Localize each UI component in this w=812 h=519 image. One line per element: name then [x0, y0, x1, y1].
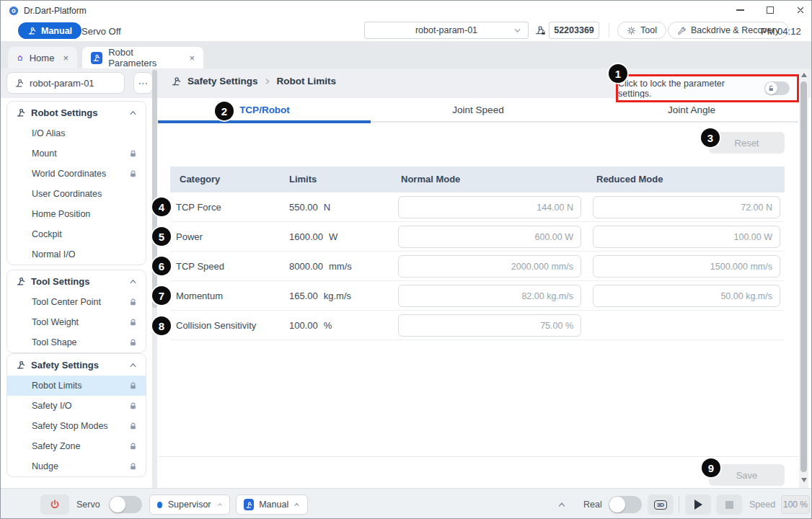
- mode-manual-button[interactable]: Manual: [18, 22, 81, 39]
- maximize-button[interactable]: [765, 5, 775, 15]
- lock-icon: [129, 339, 137, 347]
- power-normal-input[interactable]: [398, 226, 581, 248]
- sidebar-item-mount[interactable]: Mount: [7, 143, 146, 164]
- section-header-tool-settings[interactable]: Tool Settings: [7, 270, 146, 292]
- sidebar-item-cockpit[interactable]: Cockpit: [7, 224, 146, 244]
- annotation-badge-5: 5: [152, 227, 171, 246]
- sidebar-item-nudge[interactable]: Nudge: [7, 456, 146, 476]
- 3d-icon: 3D: [654, 500, 667, 510]
- annotation-badge-4: 4: [152, 198, 171, 216]
- annotation-badge-9: 9: [702, 458, 720, 477]
- robot-icon: [16, 276, 26, 286]
- power-button[interactable]: [40, 494, 69, 515]
- wrench-icon: [677, 26, 687, 35]
- real-mode-label: Real: [583, 500, 602, 510]
- sidebar-item-normal-io[interactable]: Normal I/O: [7, 244, 146, 265]
- breadcrumb-chevron-icon: [264, 78, 271, 85]
- lock-icon: [129, 422, 137, 430]
- robot-icon: [27, 26, 37, 35]
- minimize-button[interactable]: [735, 5, 745, 15]
- user-role-dropdown[interactable]: Supervisor: [149, 494, 230, 515]
- annotation-box: [616, 74, 799, 102]
- manual-mode-icon: [244, 499, 254, 510]
- scroll-down-icon[interactable]: [801, 478, 807, 482]
- robot-mode-dropdown[interactable]: Manual: [236, 494, 308, 515]
- toolbar-separator: [609, 23, 609, 37]
- content-tab-joint-speed[interactable]: Joint Speed: [371, 98, 585, 121]
- sidebar-item-tool-shape[interactable]: Tool Shape: [7, 332, 146, 352]
- stop-icon: [725, 501, 733, 509]
- active-tab-underline: [158, 120, 371, 123]
- view-3d-button[interactable]: 3D: [648, 494, 674, 515]
- sidebar-item-tool-weight[interactable]: Tool Weight: [7, 312, 146, 332]
- app-window: Dr.Dart-Platform Manual Servo Off robot-…: [0, 0, 812, 519]
- servo-toggle[interactable]: [109, 496, 142, 513]
- content-tab-tcp-robot[interactable]: TCP/Robot: [158, 98, 371, 121]
- sidebar-item-io-alias[interactable]: I/O Alias: [7, 123, 146, 143]
- tcp-speed-normal-input[interactable]: [398, 255, 581, 278]
- tab-rp-close-icon[interactable]: ×: [189, 53, 195, 63]
- robot-lock-icon: [534, 25, 545, 35]
- sidebar-param-name-box[interactable]: robot-param-01: [6, 72, 125, 94]
- tab-home[interactable]: Home ×: [8, 47, 77, 68]
- annotation-badge-3: 3: [701, 128, 720, 147]
- tcp-speed-reduced-input[interactable]: [593, 255, 780, 278]
- section-header-safety-settings[interactable]: Safety Settings: [7, 354, 146, 376]
- robot-icon: [16, 107, 26, 117]
- row-tcp-force: TCP Force 550.00N: [170, 192, 785, 222]
- title-bar: Dr.Dart-Platform: [1, 1, 811, 20]
- bottom-separator: [679, 496, 679, 513]
- param-file-dropdown[interactable]: robot-param-01: [364, 22, 529, 39]
- dock-expand-chevron-icon[interactable]: [557, 500, 566, 509]
- real-sim-toggle[interactable]: [609, 496, 642, 513]
- tool-button[interactable]: Tool: [617, 22, 666, 39]
- collision-normal-input[interactable]: [398, 314, 581, 337]
- close-button[interactable]: [795, 5, 806, 15]
- tab-robot-parameters[interactable]: Robot Parameters ×: [82, 47, 203, 68]
- annotation-badge-1: 1: [609, 64, 627, 83]
- sidebar-item-safety-zone[interactable]: Safety Zone: [7, 436, 146, 456]
- sidebar-item-safety-stop-modes[interactable]: Safety Stop Modes: [7, 416, 146, 436]
- robot-icon: [16, 360, 26, 370]
- tab-home-close-icon[interactable]: ×: [63, 53, 69, 63]
- lock-icon: [129, 170, 137, 178]
- row-power: Power 1600.00W: [170, 222, 785, 252]
- sidebar-section-safety-settings: Safety Settings Robot Limits Safety I/O …: [6, 353, 146, 477]
- tcp-force-normal-input[interactable]: [398, 196, 581, 218]
- row-momentum: Momentum 165.00kg.m/s: [170, 281, 785, 311]
- play-button[interactable]: [685, 494, 711, 515]
- play-icon: [694, 500, 702, 510]
- robot-icon: [14, 78, 25, 88]
- stop-button[interactable]: [716, 494, 742, 515]
- section-header-robot-settings[interactable]: Robot Settings: [7, 102, 146, 123]
- momentum-normal-input[interactable]: [398, 285, 581, 307]
- sidebar-item-home-position[interactable]: Home Position: [7, 204, 146, 224]
- sidebar-item-safety-io[interactable]: Safety I/O: [7, 396, 146, 416]
- lock-icon: [129, 463, 137, 471]
- lock-icon: [129, 443, 137, 451]
- role-dot-icon: [157, 502, 162, 508]
- lock-icon: [129, 382, 137, 390]
- breadcrumb-parent[interactable]: Safety Settings: [187, 76, 258, 86]
- breadcrumb-current: Robot Limits: [277, 76, 337, 86]
- sidebar-item-world-coordinates[interactable]: World Coordinates: [7, 164, 146, 184]
- annotation-badge-6: 6: [152, 257, 171, 275]
- sidebar-item-tool-center-point[interactable]: Tool Center Point: [7, 292, 146, 312]
- scroll-up-icon[interactable]: [801, 73, 807, 77]
- param-more-button[interactable]: ⋯: [133, 72, 153, 94]
- servo-status-label: Servo Off: [81, 26, 121, 37]
- chevron-up-icon: [129, 109, 137, 117]
- sidebar-item-robot-limits[interactable]: Robot Limits: [7, 376, 146, 396]
- sidebar-item-user-coordinates[interactable]: User Coordinates: [7, 184, 146, 204]
- chevron-up-icon: [129, 278, 137, 285]
- sidebar-section-tool-settings: Tool Settings Tool Center Point Tool Wei…: [6, 270, 146, 353]
- speed-label: Speed: [749, 500, 775, 510]
- tab-band: Home × Robot Parameters ×: [1, 41, 811, 68]
- robot-serial-box: 52203369: [549, 22, 599, 39]
- tcp-force-reduced-input[interactable]: [593, 196, 780, 218]
- momentum-reduced-input[interactable]: [593, 285, 780, 307]
- power-reduced-input[interactable]: [593, 226, 780, 248]
- robot-icon: [171, 76, 182, 86]
- content-scrollbar-thumb[interactable]: [800, 81, 807, 472]
- reset-button[interactable]: Reset: [709, 132, 785, 154]
